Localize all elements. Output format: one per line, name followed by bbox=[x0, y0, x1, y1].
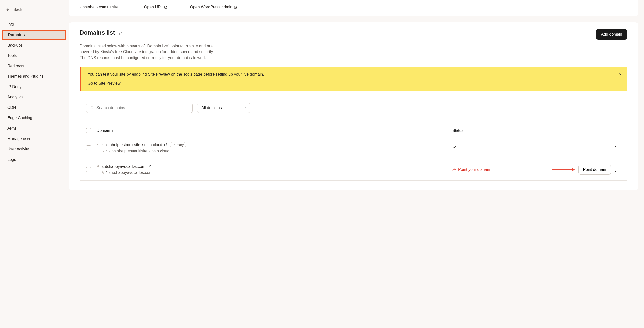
page-title: Domains list bbox=[80, 29, 115, 36]
row-menu-button[interactable]: ⋮ bbox=[611, 144, 620, 152]
table-header: Domain ↑ Status bbox=[80, 125, 627, 137]
open-wp-admin-link[interactable]: Open WordPress admin bbox=[190, 5, 237, 9]
nav-item-edge-caching[interactable]: Edge Caching bbox=[0, 113, 69, 123]
col-status-header: Status bbox=[452, 128, 546, 133]
add-domain-button[interactable]: Add domain bbox=[596, 29, 627, 40]
nav-item-analytics[interactable]: Analytics bbox=[0, 92, 69, 102]
external-link-icon[interactable] bbox=[148, 165, 151, 168]
alert-link[interactable]: Go to Site Preview bbox=[88, 81, 121, 85]
search-box[interactable] bbox=[86, 103, 193, 113]
search-input[interactable] bbox=[96, 106, 188, 110]
primary-badge: Primary bbox=[170, 142, 186, 148]
alert-close-button[interactable] bbox=[619, 72, 622, 77]
point-domain-button[interactable]: Point domain bbox=[578, 165, 611, 175]
close-icon bbox=[619, 73, 622, 76]
back-label: Back bbox=[14, 7, 22, 12]
help-icon[interactable]: ? bbox=[118, 31, 122, 35]
lock-icon bbox=[101, 171, 104, 174]
filter-label: All domains bbox=[201, 106, 222, 110]
lock-icon bbox=[101, 150, 104, 153]
row-menu-button[interactable]: ⋮ bbox=[611, 166, 620, 174]
filter-select[interactable]: All domains bbox=[197, 103, 250, 113]
nav-item-manage-users[interactable]: Manage users bbox=[0, 134, 69, 144]
point-domain-link[interactable]: Point your domain bbox=[458, 167, 490, 172]
nav-item-user-activity[interactable]: User activity bbox=[0, 144, 69, 154]
row-checkbox[interactable] bbox=[86, 167, 91, 172]
wildcard-domain: *.kinstahelptestmultisite.kinsta.cloud bbox=[106, 149, 170, 153]
arrow-left-icon bbox=[6, 8, 10, 12]
nav-item-redirects[interactable]: Redirects bbox=[0, 61, 69, 71]
table-row: sub.happyavocados.com *.sub.happyavocado… bbox=[80, 159, 627, 180]
header-row: Domains list ? Add domain bbox=[80, 29, 627, 40]
domains-table: Domain ↑ Status kin bbox=[80, 125, 627, 180]
nav-item-domains[interactable]: Domains bbox=[2, 30, 66, 40]
nav-item-apm[interactable]: APM bbox=[0, 123, 69, 134]
svg-rect-1 bbox=[97, 145, 99, 146]
site-name: kinstahelptestmultisite... bbox=[80, 5, 122, 9]
alert-text: You can test your site by enabling Site … bbox=[88, 72, 620, 77]
main-content: kinstahelptestmultisite... Open URL Open… bbox=[69, 0, 644, 328]
domain-name[interactable]: kinstahelptestmultisite.kinsta.cloud bbox=[102, 143, 162, 147]
domain-name[interactable]: sub.happyavocados.com bbox=[102, 164, 146, 169]
lock-icon bbox=[96, 165, 100, 168]
nav-item-ip-deny[interactable]: IP Deny bbox=[0, 82, 69, 92]
external-link-icon bbox=[234, 5, 237, 9]
warning-icon bbox=[452, 168, 456, 172]
open-admin-label: Open WordPress admin bbox=[190, 5, 232, 9]
top-bar: kinstahelptestmultisite... Open URL Open… bbox=[69, 0, 638, 16]
svg-rect-2 bbox=[102, 151, 104, 152]
external-link-icon bbox=[164, 5, 168, 9]
wildcard-domain: *.sub.happyavocados.com bbox=[106, 170, 152, 175]
sort-arrow-up-icon: ↑ bbox=[112, 129, 114, 133]
nav-item-backups[interactable]: Backups bbox=[0, 40, 69, 50]
open-url-link[interactable]: Open URL bbox=[144, 5, 168, 9]
search-icon bbox=[90, 106, 94, 110]
table-row: kinstahelptestmultisite.kinsta.cloud Pri… bbox=[80, 137, 627, 159]
svg-rect-3 bbox=[97, 167, 99, 168]
open-url-label: Open URL bbox=[144, 5, 163, 9]
row-checkbox[interactable] bbox=[86, 146, 91, 150]
lock-icon bbox=[96, 144, 100, 147]
col-domain-header[interactable]: Domain ↑ bbox=[96, 128, 452, 133]
nav-item-themes-plugins[interactable]: Themes and Plugins bbox=[0, 71, 69, 82]
nav-item-info[interactable]: Info bbox=[0, 19, 69, 30]
back-button[interactable]: Back bbox=[0, 5, 69, 14]
svg-rect-4 bbox=[102, 173, 104, 174]
nav-item-logs[interactable]: Logs bbox=[0, 154, 69, 165]
controls-row: All domains bbox=[86, 103, 627, 113]
nav-list: Info Domains Backups Tools Redirects The… bbox=[0, 19, 69, 165]
svg-point-0 bbox=[91, 107, 93, 109]
content-card: Domains list ? Add domain Domains listed… bbox=[69, 22, 638, 190]
annotation-arrow bbox=[552, 168, 575, 171]
check-icon bbox=[452, 146, 456, 150]
page-description: Domains listed below with a status of "D… bbox=[80, 43, 218, 61]
nav-item-cdn[interactable]: CDN bbox=[0, 102, 69, 113]
nav-item-tools[interactable]: Tools bbox=[0, 50, 69, 61]
chevron-down-icon bbox=[243, 106, 246, 109]
site-preview-alert: You can test your site by enabling Site … bbox=[80, 67, 627, 91]
select-all-checkbox[interactable] bbox=[86, 128, 91, 133]
sidebar: Back Info Domains Backups Tools Redirect… bbox=[0, 0, 69, 328]
external-link-icon[interactable] bbox=[164, 143, 168, 147]
